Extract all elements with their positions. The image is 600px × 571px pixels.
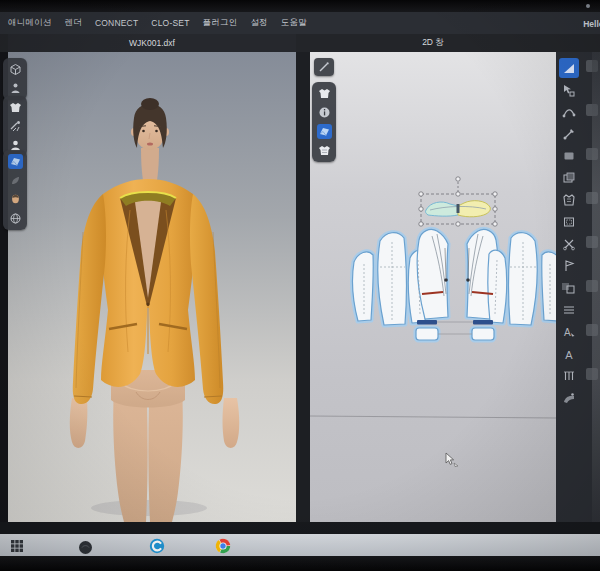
notch-icon[interactable] [559,256,579,276]
panel-divider[interactable] [296,52,310,522]
menu-settings[interactable]: 설정 [250,17,267,29]
avatar-3d-render [8,52,296,522]
browse-icon[interactable] [8,211,23,226]
avatar-display-icon[interactable] [8,81,23,96]
toolbar-3d-group-1 [3,58,27,100]
internal-lines-icon[interactable] [559,300,579,320]
mouse-cursor [444,452,460,472]
monitor-right-bezel [592,52,600,522]
text-icon[interactable]: A [559,344,579,364]
edit-text-icon[interactable]: A [559,322,579,342]
system-app-icon[interactable] [76,538,94,556]
transform-pattern-icon[interactable] [559,58,579,78]
svg-text:A: A [565,349,573,361]
menu-animation[interactable]: 애니메이션 [8,17,52,29]
rectangle-icon[interactable] [559,146,579,166]
start-grid-icon[interactable] [8,537,26,555]
toolbar-2d-right: A A [556,52,600,522]
pleats-icon[interactable] [559,366,579,386]
trim-icon[interactable] [8,173,23,188]
menu-render[interactable]: 렌더 [65,17,82,29]
chrome-icon[interactable] [214,537,232,555]
panel-2d-title: 2D 창 [310,34,556,52]
toolbar-3d-group-2 [3,96,27,157]
menu-bar: 애니메이션 렌더 CONNECT CLO-SET 플러그인 설정 도움말 [0,12,600,34]
svg-text:A: A [564,327,571,338]
trace-icon[interactable] [559,190,579,210]
screen-bottom-edge [0,522,600,534]
menu-plugin[interactable]: 플러그인 [203,17,238,29]
avatar-face-icon[interactable] [8,192,23,207]
edit-pattern-icon[interactable] [559,80,579,100]
monitor-photo: 애니메이션 렌더 CONNECT CLO-SET 플러그인 설정 도움말 Hel… [0,0,600,571]
tab-3d-file[interactable]: WJK001.dxf [8,34,296,52]
menu-help[interactable]: 도움말 [281,17,307,29]
edit-curvature-icon[interactable] [559,102,579,122]
texture-display-icon[interactable] [317,143,332,158]
garment-display-icon[interactable] [317,86,332,101]
cut-and-sew-icon[interactable] [559,234,579,254]
fabric-icon[interactable] [317,124,332,139]
fabric-icon[interactable] [8,154,23,169]
zipper-icon[interactable] [559,388,579,408]
clo-app-icon[interactable] [148,537,166,555]
monitor-bottom-bezel [0,556,600,571]
add-point-icon[interactable] [559,124,579,144]
pen-tool-icon[interactable] [314,58,334,76]
viewport-3d[interactable] [8,52,296,522]
simulation-garment-icon[interactable] [8,100,23,115]
webcam-dot [586,4,590,8]
user-greeting: Hello [583,19,600,29]
menu-clo-set[interactable]: CLO-SET [151,18,189,28]
monitor-top-bezel [0,0,600,12]
grading-icon[interactable] [559,278,579,298]
info-icon[interactable] [317,105,332,120]
viewport-2d[interactable] [310,52,556,522]
library-window-icon[interactable] [8,62,23,77]
seam-allowance-icon[interactable] [559,212,579,232]
menu-connect[interactable]: CONNECT [95,18,138,28]
toolbar-3d-group-3 [3,150,27,230]
pattern-board [310,52,556,522]
sewing-tools-icon[interactable] [8,119,23,134]
toolbar-2d-display-group [312,82,336,162]
polygon-icon[interactable] [559,168,579,188]
